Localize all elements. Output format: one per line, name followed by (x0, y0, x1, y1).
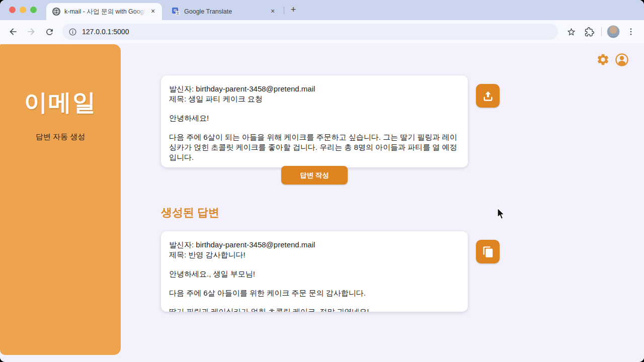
email-greeting: 안녕하세요! (169, 113, 460, 123)
main-area: 발신자: birthday-parent-3458@pretend.mail 제… (121, 43, 644, 362)
settings-gear-icon[interactable] (596, 53, 610, 66)
bookmark-star-icon[interactable] (563, 24, 579, 40)
browser-menu-icon[interactable] (623, 24, 639, 40)
email-subject-line: 제목: 생일 파티 케이크 요청 (169, 94, 460, 104)
mouse-cursor (496, 208, 507, 221)
generated-email-card: 발신자: birthday-parent-3458@pretend.mail 제… (161, 231, 468, 312)
account-icon[interactable] (615, 53, 629, 67)
copy-icon (481, 245, 495, 258)
copy-button[interactable] (476, 240, 500, 263)
tab-title: Google Translate (184, 8, 232, 15)
upload-button[interactable] (476, 84, 500, 108)
url-text[interactable]: 127.0.0.1:5000 (82, 28, 129, 36)
email-from-line: 발신자: birthday-parent-3458@pretend.mail (169, 84, 460, 94)
browser-window: k-mail - 사업 문의 with Google × G文 Google T… (0, 0, 644, 362)
generated-reply-heading: 생성된 답변 (161, 205, 219, 220)
tab-close-icon[interactable]: × (149, 8, 157, 16)
upload-icon (481, 89, 495, 103)
app-title: 이메일 (0, 87, 121, 118)
reload-button[interactable] (41, 24, 57, 40)
tab-kmail[interactable]: k-mail - 사업 문의 with Google × (46, 3, 162, 20)
google-translate-favicon-icon: G文 (172, 8, 180, 16)
profile-avatar[interactable] (607, 25, 620, 38)
site-info-icon[interactable] (68, 28, 77, 36)
email-body: 다음 주에 6살이 되는 아들을 위해 케이크를 주문하고 싶습니다. 그는 딸… (169, 132, 460, 162)
close-window-button[interactable] (9, 7, 16, 13)
toolbar-separator (601, 27, 602, 36)
tab-close-icon[interactable]: × (269, 8, 277, 16)
incoming-email-card: 발신자: birthday-parent-3458@pretend.mail 제… (161, 75, 468, 167)
back-button[interactable] (5, 24, 21, 40)
email-body-clipped-line: 딸기 필링과 레이싱카가 얹힌 초콜릿 케이크, 정말 귀엽네요! (169, 307, 460, 312)
email-from-line: 발신자: birthday-parent-3458@pretend.mail (169, 240, 460, 250)
email-greeting: 안녕하세요., 생일 부모님! (169, 269, 460, 279)
generate-reply-button[interactable]: 답변 작성 (281, 166, 348, 185)
app-subtitle: 답변 자동 생성 (0, 132, 121, 142)
sidebar: 이메일 답변 자동 생성 (0, 44, 121, 355)
browser-toolbar: 127.0.0.1:5000 (0, 20, 644, 43)
email-subject-line: 제목: 반영 감사합니다! (169, 250, 460, 260)
tab-strip: k-mail - 사업 문의 with Google × G文 Google T… (0, 0, 644, 20)
window-controls (9, 7, 37, 13)
tab-separator (284, 7, 284, 14)
minimize-window-button[interactable] (20, 7, 26, 13)
new-tab-button[interactable]: + (288, 5, 299, 16)
tab-title: k-mail - 사업 문의 with Google (64, 8, 146, 15)
tab-google-translate[interactable]: G文 Google Translate × (166, 3, 282, 20)
address-bar[interactable]: 127.0.0.1:5000 (62, 24, 558, 40)
page-content: 이메일 답변 자동 생성 발신자: birthday-parent-3458@p… (0, 43, 644, 362)
globe-favicon-icon (52, 8, 60, 16)
email-body: 다음 주에 6살 아들이를 위한 케이크 주문 문의 감사합니다. (169, 288, 460, 298)
fullscreen-window-button[interactable] (30, 7, 37, 13)
extensions-icon[interactable] (581, 24, 597, 40)
forward-button[interactable] (23, 24, 39, 40)
